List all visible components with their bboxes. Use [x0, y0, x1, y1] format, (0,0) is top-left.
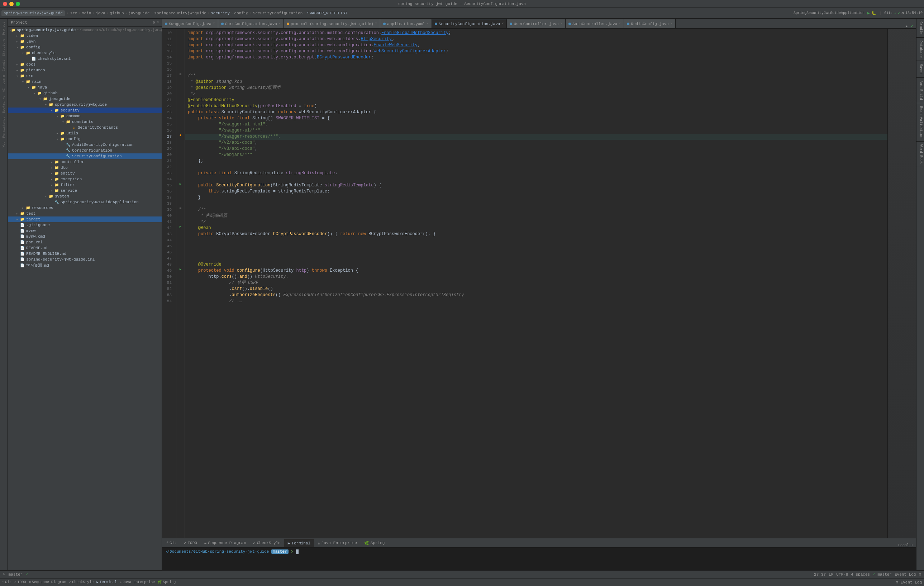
tree-resources[interactable]: ▸ 📁 resources — [8, 205, 162, 211]
tree-entity[interactable]: ▸ 📁 entity — [8, 171, 162, 177]
tree-readme[interactable]: ▸ 📄 README.md — [8, 245, 162, 251]
tree-test[interactable]: ▸ 📁 test — [8, 211, 162, 216]
gutter-green-49[interactable]: ▶ — [180, 267, 182, 271]
tree-readme-en[interactable]: ▸ 📄 README-ENGLISH.md — [8, 251, 162, 257]
terminal-content[interactable]: ~/Documents/GitHub/spring-security-jwt-g… — [162, 548, 916, 570]
tree-idea[interactable]: ▸ 📁 .idea — [8, 33, 162, 39]
tree-pom[interactable]: ▸ 📄 pom.xml — [8, 239, 162, 245]
tab-close-cors[interactable]: × — [279, 22, 280, 26]
tab-sequence[interactable]: ≡ Sequence Diagram — [201, 539, 249, 547]
tree-dto[interactable]: ▸ 📁 dto — [8, 165, 162, 171]
branch-status[interactable]: ✓ master — [873, 572, 892, 577]
tab-todo[interactable]: ✓ TODO — [180, 539, 201, 547]
tree-root[interactable]: ▾ 📁 spring-security-jwt-guide ~/Document… — [8, 27, 162, 33]
panel-close-icon[interactable]: × — [156, 20, 159, 25]
tool-spring[interactable]: 🌿 Spring — [158, 580, 176, 584]
git-check2[interactable]: ✓ — [898, 11, 900, 15]
right-tab-ant[interactable]: Ant Build — [916, 78, 924, 103]
tab-close-swagger[interactable]: × — [213, 22, 215, 26]
status-check[interactable]: ✓ — [25, 572, 28, 577]
tree-mvnw[interactable]: ▸ 📄 mvnw — [8, 228, 162, 234]
tab-user-controller[interactable]: UserController.java × — [507, 19, 565, 28]
project-label[interactable]: spring-security-jwt-guide — [2, 10, 65, 16]
debug-button[interactable]: 🐛 — [871, 11, 876, 15]
tab-checkstyle[interactable]: ✓ CheckStyle — [249, 539, 284, 547]
settings-status-icon[interactable]: ⚙ — [919, 572, 921, 577]
indent-status[interactable]: 4 spaces — [851, 573, 870, 577]
project-stripe-label[interactable]: Project — [2, 20, 6, 36]
tree-checkstyle-xml[interactable]: ▸ 📄 checkstyle.xml — [8, 56, 162, 62]
breakpoint-27[interactable]: ● — [179, 133, 182, 137]
tree-javaguide[interactable]: ▾ 📁 javaguide — [8, 96, 162, 102]
tab-pom[interactable]: pom.xml (spring-security-jwt-guide) × — [284, 19, 380, 28]
bookmarks-stripe-label[interactable]: Bookmarks — [2, 94, 6, 115]
tool-sequence[interactable]: ≡ Sequence Diagram — [29, 580, 66, 584]
tree-java[interactable]: ▾ 📁 java — [8, 84, 162, 90]
tree-cors-config[interactable]: ▸ 🔧 CorsConfiguration — [8, 148, 162, 154]
git-check[interactable]: ✓ — [894, 11, 896, 15]
tree-pictures[interactable]: ▸ 📁 pictures — [8, 68, 162, 73]
active-breadcrumb[interactable]: SWAGGER_WHITELIST — [307, 11, 347, 15]
tree-security-config[interactable]: ▾ 📁 config — [8, 136, 162, 142]
tree-resources-md[interactable]: ▸ 📄 学习资源.md — [8, 262, 162, 269]
tree-service[interactable]: ▸ 📁 service — [8, 188, 162, 193]
tab-cors-config[interactable]: CorsConfiguration.java × — [218, 19, 284, 28]
run-button[interactable]: ▶ — [867, 11, 870, 15]
git-branch-status[interactable]: master — [8, 573, 23, 577]
tree-system[interactable]: ▾ 📁 system — [8, 193, 162, 199]
tree-utils[interactable]: ▸ 📁 utils — [8, 130, 162, 136]
tool-todo[interactable]: ✓ TODO — [14, 580, 26, 584]
right-tab-maven[interactable]: Maven — [916, 61, 924, 78]
branch-label[interactable]: master — [878, 573, 892, 577]
line-col-status[interactable]: 27:37 — [814, 573, 826, 577]
tool-git[interactable]: ⑂ Git — [2, 580, 12, 584]
tab-git[interactable]: ⑂ Git — [162, 539, 180, 547]
tree-springsecurity[interactable]: ▾ 📁 springsecurityjwtguide — [8, 102, 162, 107]
tree-audit-config[interactable]: ▸ 🔧 AuditSecurityConfiguration — [8, 142, 162, 148]
editor-content[interactable]: 10 11 12 13 14 15 16 17 18 19 20 21 22 2… — [162, 29, 916, 538]
tool-terminal[interactable]: ▶ Terminal — [96, 580, 117, 584]
tab-spring[interactable]: 🌿 Spring — [361, 539, 389, 547]
tab-security-config[interactable]: SecurityConfiguration.java × — [432, 19, 507, 28]
minimize-button[interactable] — [9, 2, 13, 6]
maximize-button[interactable] — [16, 2, 20, 6]
tab-swagger-config[interactable]: SwaggerConfig.java × — [162, 19, 218, 28]
tree-common[interactable]: ▾ 📁 common — [8, 113, 162, 119]
settings-button[interactable]: ⚙ — [901, 11, 904, 15]
tree-gitignore[interactable]: ▸ 📄 .gitignore — [8, 222, 162, 228]
tree-security[interactable]: ▾ 📁 security — [8, 107, 162, 113]
run-config-label[interactable]: SpringSecurityJwtGuideApplication — [792, 10, 866, 16]
structure-stripe-label[interactable]: Structure — [2, 37, 6, 58]
new-terminal-button[interactable]: + — [911, 543, 913, 547]
tree-mvnw-cmd[interactable]: ▸ 📄 mvnw.cmd — [8, 234, 162, 239]
tab-terminal[interactable]: ▶ Terminal — [284, 539, 314, 547]
tree-security-constants[interactable]: ▸ ☕ SecurityConstants — [8, 125, 162, 130]
tool-java-enterprise[interactable]: ☕ Java Enterprise — [120, 580, 155, 584]
tab-close-security[interactable]: × — [502, 22, 503, 26]
line-ending-status[interactable]: LF — [829, 573, 833, 577]
tab-redis-config[interactable]: RedisConfig.java × — [624, 19, 676, 28]
commit-stripe-label[interactable]: Commit — [2, 58, 6, 73]
tab-auth-controller[interactable]: AuthController.java × — [566, 19, 624, 28]
tree-constants[interactable]: ▾ 📁 constants — [8, 119, 162, 125]
right-tab-database[interactable]: Database — [916, 38, 924, 61]
tab-yaml[interactable]: application.yaml × — [380, 19, 432, 28]
right-tab-word-book[interactable]: Word Book — [916, 142, 924, 167]
right-tab-bean-validation[interactable]: Bean Validation — [916, 103, 924, 142]
tool-checkstyle[interactable]: ✓ CheckStyle — [69, 580, 94, 584]
window-controls[interactable] — [3, 2, 20, 6]
tree-exception[interactable]: ▸ 📁 exception — [8, 177, 162, 182]
tree-src[interactable]: ▾ 📁 src — [8, 73, 162, 79]
tree-mvn[interactable]: ▸ 📁 .mvn — [8, 39, 162, 45]
tab-java-enterprise[interactable]: ☕ Java Enterprise — [314, 539, 361, 547]
tree-checkstyle[interactable]: ▾ 📁 checkstyle — [8, 50, 162, 56]
tree-main[interactable]: ▾ 📁 main — [8, 79, 162, 84]
encoding-status[interactable]: UTF-8 — [836, 573, 848, 577]
close-button[interactable] — [3, 2, 7, 6]
tree-security-config-file[interactable]: ▸ 🔧 SecurityConfiguration — [8, 154, 162, 159]
gutter-green-35[interactable]: ▶ — [180, 182, 182, 186]
tab-scroll-right[interactable]: ▸ — [906, 24, 908, 28]
event-log-status[interactable]: Event Log — [894, 573, 916, 577]
code-editor[interactable]: import org.springframework.security.conf… — [185, 29, 888, 538]
tree-github[interactable]: ▾ 📁 github — [8, 90, 162, 96]
